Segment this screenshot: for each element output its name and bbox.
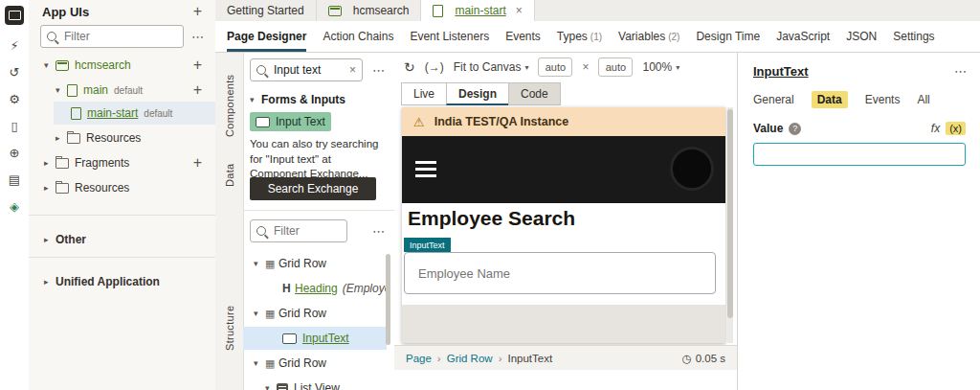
fx-toggle[interactable]: fx <box>931 122 940 135</box>
tab-all[interactable]: All <box>917 93 929 106</box>
section-label[interactable]: Other <box>56 233 86 246</box>
add-flow-button[interactable]: + <box>193 57 202 73</box>
tree-item-main[interactable]: ▾ main default + <box>29 79 215 102</box>
resize-mode-icon[interactable]: (→) <box>425 60 444 74</box>
structure-label[interactable]: InputText <box>302 332 349 345</box>
chevron-right-icon[interactable]: ▸ <box>44 235 56 244</box>
structure-label[interactable]: Grid Row <box>278 307 326 320</box>
tab-page-designer[interactable]: Page Designer <box>227 21 306 52</box>
chevron-right-icon[interactable]: ▸ <box>44 277 56 287</box>
canvas-scrollbar-thumb[interactable] <box>727 109 733 318</box>
close-icon[interactable]: × <box>516 4 523 17</box>
deploy-icon[interactable]: ◈ <box>0 199 29 214</box>
app-uis-icon[interactable] <box>5 6 24 25</box>
structure-filter[interactable] <box>250 219 347 242</box>
filter-input[interactable] <box>62 29 177 44</box>
tab-data[interactable]: Data <box>215 153 243 196</box>
tree-item-resources[interactable]: ▸ Resources <box>29 176 215 199</box>
tab-events[interactable]: Events <box>505 21 541 52</box>
value-field[interactable] <box>753 143 966 166</box>
tree-label[interactable]: main <box>83 83 108 97</box>
tab-json[interactable]: JSON <box>846 21 877 52</box>
breadcrumb-grid-row[interactable]: Grid Row <box>447 353 493 364</box>
tab-settings[interactable]: Settings <box>893 21 934 52</box>
chevron-right-icon[interactable]: ▸ <box>56 133 67 143</box>
chevron-right-icon[interactable]: ▸ <box>44 158 56 168</box>
chevron-down-icon[interactable]: ▾ <box>44 60 56 70</box>
components-search-input[interactable] <box>272 62 344 78</box>
expression-badge[interactable]: (x) <box>946 122 966 135</box>
employee-name-input[interactable] <box>405 253 715 293</box>
mode-live-button[interactable]: Live <box>401 82 447 105</box>
globe-icon[interactable]: ⊕ <box>0 146 29 160</box>
canvas-height-input[interactable] <box>598 57 633 77</box>
structure-scrollbar[interactable] <box>386 254 390 345</box>
add-app-ui-button[interactable]: + <box>193 4 202 19</box>
add-page-button[interactable]: + <box>193 82 202 98</box>
zoom-dropdown[interactable]: 100% ▾ <box>642 60 679 74</box>
structure-row-grid-row[interactable]: ▾ ▦ Grid Row <box>243 352 387 375</box>
components-search[interactable]: × <box>250 58 363 81</box>
structure-label[interactable]: Grid Row <box>278 356 326 370</box>
app-uis-filter[interactable] <box>40 25 184 48</box>
tree-label[interactable]: Resources <box>86 131 141 145</box>
tab-action-chains[interactable]: Action Chains <box>323 21 393 52</box>
tree-item-hcmsearch[interactable]: ▾ hcmsearch + <box>29 54 215 77</box>
structure-row-heading[interactable]: H Heading (Employee <box>243 277 387 300</box>
structure-row-list-view[interactable]: ▾ List View <box>243 377 387 390</box>
mode-design-button[interactable]: Design <box>446 82 509 105</box>
canvas-width-input[interactable] <box>538 57 572 77</box>
chevron-down-icon[interactable]: ▾ <box>250 95 261 104</box>
properties-title[interactable]: InputText <box>753 64 809 79</box>
chevron-down-icon[interactable]: ▾ <box>56 85 67 95</box>
structure-label[interactable]: List View <box>294 381 340 390</box>
tree-label[interactable]: hcmsearch <box>75 58 131 72</box>
canvas-scrollbar[interactable] <box>727 107 733 343</box>
hamburger-menu-icon[interactable] <box>415 157 436 181</box>
structure-menu-kebab[interactable]: ⋯ <box>372 224 386 239</box>
components-menu-kebab[interactable]: ⋯ <box>372 63 386 78</box>
tree-label[interactable]: Fragments <box>75 156 129 170</box>
add-fragment-button[interactable]: + <box>193 155 202 171</box>
section-unified-application[interactable]: ▸ Unified Application <box>29 270 215 293</box>
structure-row-grid-row[interactable]: ▾ ▦ Grid Row <box>243 252 387 275</box>
tab-structure[interactable]: Structure <box>215 287 243 369</box>
section-other[interactable]: ▸ Other <box>29 228 215 251</box>
tab-hcmsearch[interactable]: hcmsearch <box>317 0 422 21</box>
tree-item-main-start[interactable]: main-start default <box>54 102 215 125</box>
tab-event-listeners[interactable]: Event Listeners <box>410 21 489 52</box>
mode-code-button[interactable]: Code <box>508 82 561 105</box>
tree-label[interactable]: Resources <box>75 181 129 195</box>
clear-search-icon[interactable]: × <box>349 63 356 77</box>
tab-types[interactable]: Types(1) <box>557 21 602 52</box>
tab-events[interactable]: Events <box>865 93 901 106</box>
history-icon[interactable]: ↺ <box>0 65 29 80</box>
chevron-right-icon[interactable]: ▸ <box>44 183 56 193</box>
properties-menu-kebab[interactable]: ⋯ <box>954 64 968 79</box>
tab-general[interactable]: General <box>753 93 794 106</box>
avatar[interactable] <box>670 147 714 191</box>
section-forms-inputs[interactable]: ▾ Forms & Inputs <box>250 93 345 106</box>
chevron-down-icon[interactable]: ▾ <box>254 358 265 368</box>
filter-menu-kebab[interactable]: ⋯ <box>191 30 205 44</box>
component-input-text[interactable]: Input Text <box>250 112 331 131</box>
structure-label[interactable]: Grid Row <box>278 257 326 270</box>
chevron-down-icon[interactable]: ▾ <box>254 309 265 318</box>
chevron-down-icon[interactable]: ▾ <box>254 259 265 268</box>
search-exchange-button[interactable]: Search Exchange <box>250 177 376 200</box>
chevron-down-icon[interactable]: ▾ <box>265 383 277 390</box>
help-icon[interactable]: ? <box>789 123 801 135</box>
structure-row-grid-row[interactable]: ▾ ▦ Grid Row <box>243 302 387 325</box>
tab-components[interactable]: Components <box>215 62 243 149</box>
tab-variables[interactable]: Variables(2) <box>618 21 679 52</box>
structure-label[interactable]: Heading <box>295 282 338 295</box>
fit-to-canvas-dropdown[interactable]: Fit to Canvas ▾ <box>454 60 529 74</box>
tree-item-resources-child[interactable]: ▸ Resources <box>29 126 215 149</box>
value-input[interactable] <box>754 144 965 165</box>
tree-label[interactable]: main-start <box>87 106 138 120</box>
mobile-icon[interactable]: ▯ <box>0 119 29 133</box>
lightning-icon[interactable]: ⚡ <box>0 38 29 53</box>
structure-filter-input[interactable] <box>272 223 341 239</box>
breadcrumb-page[interactable]: Page <box>406 353 432 364</box>
tab-data[interactable]: Data <box>812 91 848 108</box>
